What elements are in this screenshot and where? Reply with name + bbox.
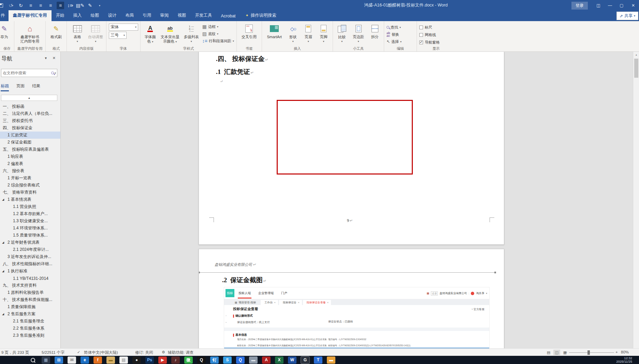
- margins-button[interactable]: 页边距 ▾: [350, 23, 366, 44]
- ribbon-tab[interactable]: 绘图: [86, 10, 104, 21]
- ribbon-tab[interactable]: 鑫晟宇标书汇专用: [9, 10, 52, 21]
- document-canvas[interactable]: .四、 投标保证金↵ .1 汇款凭证↵ ↵ 9↵ 盘锦鸿盛实业有限公司↵ .2 …: [61, 52, 633, 348]
- nav-outline-item[interactable]: 2 偏差表: [0, 160, 61, 167]
- multilevel-list-button[interactable]: 1 —a — i — 多级列表 ▾: [183, 23, 200, 44]
- camera-app-icon[interactable]: ●: [132, 357, 141, 364]
- table-button[interactable]: 表格 ▾: [69, 23, 86, 44]
- ribbon-tab[interactable]: 开发工具: [191, 10, 217, 21]
- replace-button[interactable]: abac替换: [387, 31, 402, 37]
- compare-button[interactable]: 比较 ▾: [335, 23, 348, 44]
- search-icon[interactable]: [51, 72, 54, 74]
- ribbon-tab[interactable]: 视图: [173, 10, 191, 21]
- nav-outline-item[interactable]: 1 开标一览表: [0, 175, 61, 182]
- nav-pane-tab[interactable]: 结果: [32, 83, 40, 91]
- nav-outline-item[interactable]: 八、 技术性能指标的详细...: [0, 260, 61, 268]
- active-app-icon[interactable]: G: [301, 357, 309, 364]
- vertical-scrollbar[interactable]: ▴: [633, 52, 639, 348]
- scroll-up-icon[interactable]: ▴: [633, 52, 639, 57]
- search-input[interactable]: [1, 71, 51, 75]
- nav-outline-item[interactable]: 3 近年发生的诉讼及仲...: [0, 253, 61, 260]
- language-indicator[interactable]: 简体中文(中国大陆): [84, 350, 118, 355]
- redo-icon[interactable]: ↻: [17, 2, 25, 9]
- nav-outline-item[interactable]: 一、 投标函: [0, 103, 61, 110]
- nav-outline-item[interactable]: 1.1 YB/T4131-2014: [0, 275, 61, 282]
- tell-me-search[interactable]: ✦ 操作说明搜索: [240, 10, 280, 21]
- zoom-level[interactable]: 80%: [621, 350, 629, 354]
- acrobat-icon[interactable]: A: [262, 357, 271, 364]
- wechat-icon[interactable]: 微: [184, 357, 193, 364]
- autofit-button[interactable]: 自动调整 ▾: [88, 23, 104, 44]
- nav-outline-item[interactable]: 十、 技术服务和质保期服...: [0, 296, 61, 303]
- ribbon-tab[interactable]: 引用: [139, 10, 156, 21]
- shading-button[interactable]: ▨底纹▾: [202, 31, 234, 37]
- track-changes-indicator[interactable]: 修订: 关闭: [135, 350, 153, 355]
- font-size-combo[interactable]: 三号▾: [109, 32, 127, 39]
- nav-outline-item[interactable]: 七、 资格审查资料: [0, 189, 61, 196]
- embedded-screenshot-image[interactable]: 盘锦鸿盛实业有限公司1266 盘锦鸿盛实业有限公司1266 盘锦鸿盛实业有限公司…: [224, 287, 490, 348]
- nav-outline-item[interactable]: 1 汇款凭证: [0, 132, 61, 139]
- ribbon-tab[interactable]: 开始: [52, 10, 69, 21]
- nav-outline-item[interactable]: 1.1 营业执照: [0, 203, 61, 210]
- font-name-combo[interactable]: 宋体▾: [109, 24, 138, 31]
- firefox-icon[interactable]: f: [93, 357, 102, 364]
- zoom-in-icon[interactable]: +: [615, 350, 618, 354]
- resize-handle[interactable]: [199, 272, 200, 273]
- nav-outline-item[interactable]: 1 响应表: [0, 153, 61, 160]
- nav-outline-item[interactable]: ◢ 2 近年财务状况表: [0, 239, 61, 246]
- highlighter-icon[interactable]: ✎: [86, 2, 94, 9]
- taskbar-clock[interactable]: 12:32 2025/11/25: [616, 357, 632, 363]
- smartart-button[interactable]: SmartArt: [264, 23, 284, 39]
- scrollbar-thumb[interactable]: [634, 59, 638, 78]
- folder-icon[interactable]: ▬: [106, 357, 115, 364]
- share-button[interactable]: ⇗ 共享 ▾: [616, 12, 638, 20]
- cross-reference-button[interactable]: 交叉引用: [239, 23, 259, 39]
- font-color-button[interactable]: A 字体颜 色 ▾: [143, 23, 158, 44]
- excel-icon[interactable]: X: [275, 357, 284, 364]
- meeting-icon[interactable]: T: [314, 357, 322, 364]
- ribbon-display-options-icon[interactable]: ◫: [593, 0, 604, 11]
- nav-outline-item[interactable]: 三、 授权委托书: [0, 117, 61, 124]
- nav-outline-item[interactable]: 1.5 质量管理体系...: [0, 232, 61, 239]
- document-page-1[interactable]: .四、 投标保证金↵ .1 汇款凭证↵ ↵ 9↵: [199, 52, 504, 245]
- header-button[interactable]: 页眉 ▾: [302, 23, 315, 44]
- justify-icon[interactable]: ≡: [57, 2, 64, 9]
- nav-pane-tab[interactable]: 页面: [16, 83, 25, 91]
- store-icon[interactable]: ⊞: [55, 357, 63, 364]
- word-icon[interactable]: W: [288, 357, 296, 364]
- skype-icon[interactable]: S: [223, 357, 232, 364]
- browser-icon[interactable]: Q: [236, 357, 245, 364]
- zoom-slider-thumb[interactable]: [587, 350, 590, 355]
- nav-outline-item[interactable]: 1.3 职业健康安全...: [0, 217, 61, 225]
- chevron-down-icon[interactable]: ▾: [45, 56, 47, 60]
- document-page-2[interactable]: 盘锦鸿盛实业有限公司↵ .2 保证金截图↵ 盘锦鸿盛实业有限公司1266 盘锦鸿…: [199, 249, 504, 348]
- nav-outline-item[interactable]: 五、 投标响应表及偏差表: [0, 146, 61, 153]
- nav-outline-item[interactable]: ◢ 1 基本情况表: [0, 196, 61, 203]
- nav-outline-item[interactable]: 2.3 售后服务准则: [0, 332, 61, 339]
- word-count[interactable]: 5/22511 个字: [42, 350, 64, 355]
- widgets-icon[interactable]: ▦: [42, 357, 50, 364]
- minimize-button[interactable]: —: [604, 0, 616, 11]
- nav-outline-item[interactable]: ◢ 2 售后服务方案: [0, 310, 61, 318]
- print-layout-icon[interactable]: ◫: [553, 350, 560, 355]
- collapse-all-button[interactable]: ▲: [1, 95, 57, 101]
- tab-file[interactable]: 件: [0, 10, 9, 21]
- red-rectangle-shape[interactable]: [277, 100, 413, 175]
- line-paragraph-spacing-button[interactable]: ↕≡行和段落间距▾: [202, 38, 234, 44]
- zoom-slider[interactable]: [569, 352, 614, 353]
- align-left-icon[interactable]: ≡: [27, 2, 34, 9]
- zoom-out-icon[interactable]: −: [565, 350, 567, 354]
- close-button[interactable]: ✕: [627, 0, 639, 11]
- read-mode-icon[interactable]: ▤: [545, 350, 552, 355]
- mail-icon[interactable]: ✉: [68, 357, 76, 364]
- align-center-icon[interactable]: ≡: [37, 2, 44, 9]
- notes-icon[interactable]: ▤: [119, 357, 128, 364]
- resize-handle[interactable]: [494, 272, 496, 273]
- photoshop-icon[interactable]: Ps: [145, 357, 154, 364]
- ribbon-tab[interactable]: 设计: [104, 10, 121, 21]
- restore-button[interactable]: ▢: [616, 0, 627, 11]
- navigation-pane-checkbox[interactable]: 导航窗格: [419, 39, 440, 46]
- find-button[interactable]: 查找▾: [387, 24, 402, 30]
- page-indicator[interactable]: 9 页，共 233 页: [1, 350, 29, 355]
- search-icon[interactable]: [29, 357, 37, 364]
- ribbon-tab[interactable]: Acrobat: [217, 11, 240, 21]
